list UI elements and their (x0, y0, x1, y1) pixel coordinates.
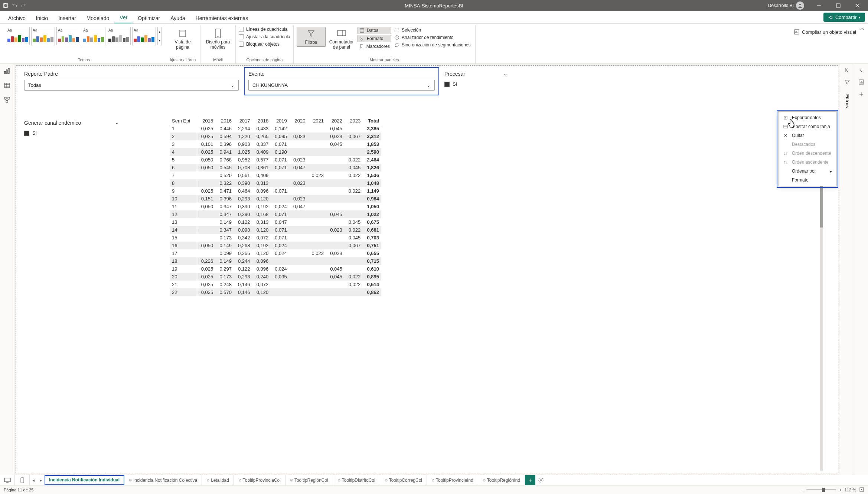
column-header[interactable]: 2023 (345, 117, 363, 125)
table-row[interactable]: 190,0250,2970,1220,0960,0240,0450,610 (170, 265, 381, 273)
redo-icon[interactable] (21, 3, 26, 8)
table-row[interactable]: 120,3470,3900,1680,0710,0451,022 (170, 210, 381, 218)
page-tab[interactable]: ⊘Incidencia Notificación Colectiva (124, 475, 202, 485)
column-header[interactable]: 2019 (271, 117, 289, 125)
table-row[interactable]: 10,0250,4462,2940,4330,1420,0453,385 (170, 125, 381, 133)
expand-pane-icon[interactable] (845, 68, 850, 74)
page-tab[interactable]: ⊘TooltipRegiónCol (285, 475, 333, 485)
fit-page-button[interactable] (859, 487, 864, 493)
column-header[interactable]: 2018 (252, 117, 271, 125)
column-header[interactable]: 2021 (307, 117, 326, 125)
zoom-out-button[interactable]: − (801, 488, 803, 492)
page-tab-active[interactable]: Incidencia Notificación Individual (45, 475, 124, 485)
table-row[interactable]: 170,0990,3660,1200,0240,0230,0230,655 (170, 249, 381, 257)
tab-ver[interactable]: Ver (114, 12, 133, 23)
table-row[interactable]: 20,0250,5941,2200,2650,0950,0230,0230,06… (170, 133, 381, 140)
column-header[interactable]: 2022 (326, 117, 345, 125)
column-header[interactable]: 2015 (197, 117, 215, 125)
theme-thumb[interactable]: Aa (82, 27, 105, 45)
sincro-pane-toggle[interactable]: Sincronización de segmentaciones (393, 42, 472, 48)
analizador-pane-toggle[interactable]: Analizador de rendimiento (393, 34, 472, 41)
page-tab[interactable]: ⊘Letalidad (202, 475, 234, 485)
chevron-down-icon[interactable]: ⌄ (115, 120, 119, 125)
table-row[interactable]: 180,2260,1490,2440,0960,715 (170, 257, 381, 265)
ajustar-cuadricula-checkbox[interactable]: Ajustar a la cuadrícula (239, 33, 290, 40)
slicer-option[interactable]: Si (444, 80, 508, 88)
table-row[interactable]: 110,0500,3470,3900,1920,0240,0471,050 (170, 203, 381, 210)
compilar-visual-button[interactable]: Compilar un objeto visual (791, 27, 859, 36)
bloquear-objetos-checkbox[interactable]: Bloquear objetos (239, 41, 280, 48)
page-settings-button[interactable] (535, 475, 546, 485)
theme-gallery-dropdown[interactable]: ▴▾ (157, 27, 162, 45)
slicer-option[interactable]: Si (24, 129, 119, 137)
table-row[interactable]: 210,0250,2480,1460,0720,0220,514 (170, 281, 381, 288)
tab-insertar[interactable]: Insertar (53, 12, 81, 23)
column-header[interactable]: Total (363, 117, 381, 125)
table-row[interactable]: 30,1010,3960,9030,3370,0710,0451,853 (170, 140, 381, 148)
vista-pagina-button[interactable]: Vista de página (168, 27, 197, 52)
expand-pane-icon[interactable] (859, 68, 864, 74)
zoom-in-button[interactable]: + (839, 488, 841, 492)
diseno-moviles-button[interactable]: Diseño para móviles (203, 27, 232, 52)
table-row[interactable]: 160,0500,1490,2680,1920,0240,0670,751 (170, 242, 381, 249)
formato-pane-toggle[interactable]: Formato (358, 35, 391, 42)
table-row[interactable]: 200,0250,1730,2930,2400,0950,0450,0220,8… (170, 273, 381, 281)
slicer-procesar[interactable]: Procesar ⌄ Si (441, 68, 511, 90)
menu-ordenar-por[interactable]: Ordenar por▸ (779, 167, 836, 176)
chevron-down-icon[interactable]: ⌄ (503, 71, 508, 76)
theme-thumb[interactable]: Aa (107, 27, 131, 45)
table-row[interactable]: 100,1510,3960,2930,1200,0230,984 (170, 195, 381, 203)
column-header[interactable]: 2020 (289, 117, 308, 125)
menu-exportar-datos[interactable]: Exportar datos (779, 113, 836, 122)
maximize-button[interactable] (831, 0, 846, 11)
table-row[interactable]: 90,0250,4710,4640,0960,0710,0221,149 (170, 187, 381, 195)
theme-thumb[interactable]: Aa (132, 27, 156, 45)
theme-thumb[interactable]: Aa (56, 27, 80, 45)
prev-page-button[interactable]: ◂ (30, 475, 37, 485)
theme-thumb[interactable]: Aa (31, 27, 55, 45)
page-tab[interactable]: ⊘TooltipDistritoCol (333, 475, 380, 485)
table-row[interactable]: 60,0500,5450,7080,3610,0710,0470,0451,82… (170, 164, 381, 171)
slicer-dropdown[interactable]: CHIKUNGUNYA ⌄ (248, 80, 435, 91)
column-header[interactable]: 2016 (215, 117, 234, 125)
table-row[interactable]: 70,5200,5610,4090,0230,0221,536 (170, 171, 381, 179)
marcadores-pane-toggle[interactable]: Marcadores (358, 43, 391, 50)
share-button[interactable]: Compartir ▾ (823, 13, 865, 22)
tab-externas[interactable]: Herramientas externas (190, 12, 254, 23)
desktop-view-mode[interactable] (0, 475, 15, 485)
table-row[interactable]: 40,0250,9411,0250,4090,1902,590 (170, 148, 381, 156)
next-page-button[interactable]: ▸ (37, 475, 45, 485)
datos-pane-toggle[interactable]: Datos (358, 27, 391, 34)
pane-icon[interactable] (844, 79, 850, 86)
tab-modelado[interactable]: Modelado (81, 12, 115, 23)
menu-formato[interactable]: Formato (779, 176, 836, 184)
add-data-icon[interactable] (858, 91, 864, 98)
seleccion-pane-toggle[interactable]: Selección (393, 27, 472, 33)
table-row[interactable]: 130,1490,1220,3130,0470,0450,675 (170, 218, 381, 226)
close-button[interactable] (850, 0, 865, 11)
model-view-icon[interactable] (4, 96, 10, 104)
save-icon[interactable] (3, 3, 8, 8)
lineas-cuadricula-checkbox[interactable]: Líneas de cuadrícula (239, 26, 287, 33)
table-row[interactable]: 150,1730,3420,0720,0710,0450,703 (170, 234, 381, 242)
mobile-view-mode[interactable] (15, 475, 30, 485)
page-tab[interactable]: ⊘TooltipRegiónInd (478, 475, 525, 485)
table-row[interactable]: 140,3470,0980,1200,0710,0230,0220,681 (170, 226, 381, 234)
matrix-visual[interactable]: Sem Epi201520162017201820192020202120222… (170, 117, 819, 472)
menu-mostrar-tabla[interactable]: Mostrar como tabla (779, 122, 836, 131)
minimize-button[interactable] (812, 0, 826, 11)
conmutador-panel-button[interactable]: Conmutador de panel (327, 27, 356, 52)
collapse-ribbon-button[interactable] (859, 25, 865, 63)
page-tab[interactable]: ⊘TooltipProvinciaCol (234, 475, 285, 485)
menu-quitar[interactable]: Quitar (779, 131, 836, 140)
slicer-evento[interactable]: Evento CHIKUNGUNYA ⌄ (245, 68, 438, 95)
filtros-pane-button[interactable]: Filtros (297, 27, 326, 47)
theme-thumb[interactable]: Aa (6, 27, 30, 45)
slicer-reporte-padre[interactable]: Reporte Padre Todas ⌄ (20, 68, 242, 95)
table-row[interactable]: 80,3220,3900,3130,0231,048 (170, 179, 381, 187)
table-row[interactable]: 220,0250,5700,1460,1200,862 (170, 288, 381, 296)
column-header[interactable]: 2017 (234, 117, 252, 125)
build-visual-icon[interactable] (858, 79, 864, 86)
slicer-canal-endemico[interactable]: Generar canal endémico ⌄ Si (20, 117, 123, 139)
report-canvas[interactable]: Reporte Padre Todas ⌄ Evento CHIKUNGUNYA… (14, 64, 840, 475)
